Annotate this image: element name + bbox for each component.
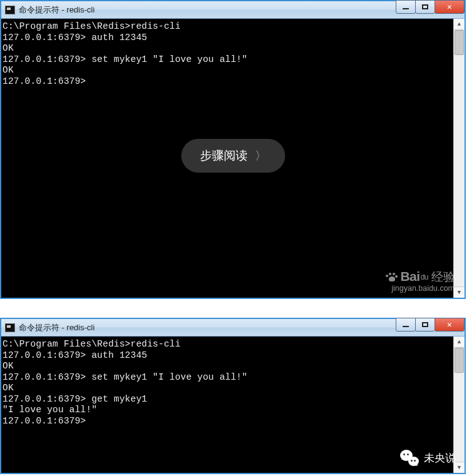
- close-button[interactable]: ✕: [434, 318, 464, 332]
- scroll-up-button[interactable]: ▲: [454, 19, 464, 30]
- scroll-thumb[interactable]: [454, 30, 464, 55]
- maximize-button[interactable]: [415, 318, 435, 332]
- wechat-attribution: 未央说: [400, 450, 456, 466]
- cmd-icon: [5, 6, 15, 14]
- baidu-watermark: Baidu经验 jingyan.baidu.com: [386, 269, 454, 293]
- scroll-down-button[interactable]: ▼: [454, 286, 464, 298]
- window-controls: ✕: [396, 0, 464, 14]
- close-button[interactable]: ✕: [434, 0, 464, 14]
- step-read-label: 步骤阅读: [200, 148, 248, 164]
- scroll-thumb[interactable]: [454, 348, 464, 373]
- watermark-brand-suffix: 经验: [431, 270, 454, 283]
- watermark-url: jingyan.baidu.com: [386, 284, 454, 293]
- wechat-icon: [400, 450, 419, 466]
- watermark-brand-du: du: [420, 273, 429, 281]
- cmd-window-1: 命令提示符 - redis-cli ✕ C:\Program Files\Red…: [0, 0, 466, 299]
- paw-icon: [386, 273, 397, 281]
- minimize-button[interactable]: [396, 0, 416, 14]
- terminal-output[interactable]: C:\Program Files\Redis>redis-cli 127.0.0…: [1, 337, 453, 473]
- minimize-button[interactable]: [396, 318, 416, 332]
- window-title: 命令提示符 - redis-cli: [19, 4, 94, 16]
- window-title: 命令提示符 - redis-cli: [19, 322, 94, 333]
- scroll-up-button[interactable]: ▲: [454, 337, 464, 348]
- titlebar[interactable]: 命令提示符 - redis-cli ✕: [1, 319, 464, 337]
- watermark-brand-prefix: Bai: [400, 269, 419, 283]
- scrollbar[interactable]: ▲ ▼: [453, 19, 464, 298]
- titlebar[interactable]: 命令提示符 - redis-cli ✕: [1, 1, 464, 19]
- cmd-icon: [5, 323, 15, 332]
- wechat-name: 未央说: [424, 451, 456, 465]
- maximize-button[interactable]: [415, 0, 435, 14]
- step-read-button[interactable]: 步骤阅读 〉: [181, 139, 285, 173]
- window-controls: ✕: [396, 318, 464, 332]
- cmd-window-2: 命令提示符 - redis-cli ✕ C:\Program Files\Red…: [0, 318, 466, 474]
- chevron-right-icon: 〉: [255, 148, 266, 163]
